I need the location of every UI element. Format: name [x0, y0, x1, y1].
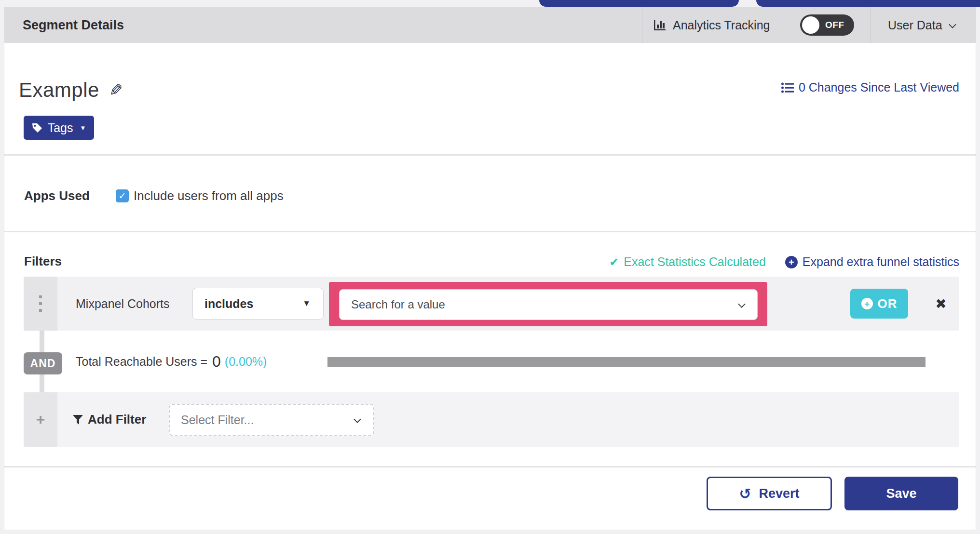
revert-button-label: Revert [759, 486, 800, 501]
drag-dot-icon [39, 309, 42, 312]
changelog-list-icon [781, 82, 794, 93]
segment-details-page: { "header": { "title": "Segment Details"… [0, 0, 980, 534]
and-connector-badge: AND [24, 352, 62, 374]
expand-funnel-statistics-label: Expand extra funnel statistics [803, 255, 959, 269]
drag-handle[interactable] [24, 277, 57, 331]
toggle-knob [802, 16, 819, 34]
filter-name-label: Mixpanel Cohorts [76, 277, 170, 331]
section-divider [4, 154, 976, 156]
analytics-tracking-group: Analytics Tracking [653, 7, 770, 43]
bar-chart-icon [653, 19, 667, 31]
section-divider [4, 231, 976, 232]
panel-title: Segment Details [23, 7, 124, 43]
add-filter-label: Add Filter [88, 412, 146, 427]
user-data-dropdown[interactable]: User Data [888, 7, 954, 43]
operator-select[interactable]: includes ▼ [192, 288, 324, 320]
tags-button-label: Tags [48, 121, 73, 135]
funnel-icon [73, 414, 83, 425]
reachable-users-value: 0 [212, 353, 221, 371]
plus-circle-icon: + [785, 256, 798, 268]
reachable-users-label: Total Reachable Users = [76, 355, 207, 369]
save-button[interactable]: Save [844, 477, 958, 510]
value-select-placeholder: Search for a value [351, 298, 445, 311]
reachable-users-progress-bar [327, 357, 926, 367]
changes-since-last-viewed-link[interactable]: 0 Changes Since Last Viewed [781, 80, 959, 94]
caret-down-icon: ▼ [80, 124, 86, 132]
user-data-label: User Data [888, 18, 942, 32]
revert-button[interactable]: ↺ Revert [707, 477, 832, 510]
chevron-down-icon [949, 21, 956, 28]
select-filter-placeholder: Select Filter... [181, 413, 254, 427]
check-icon: ✓ [119, 190, 126, 201]
reachable-users-stats: Total Reachable Users = 0 (0.00%) [76, 331, 267, 392]
reachable-users-percent: (0.00%) [225, 355, 267, 369]
stats-divider [306, 344, 306, 384]
tags-dropdown-button[interactable]: Tags ▼ [24, 116, 94, 140]
value-search-select[interactable]: Search for a value [339, 289, 758, 320]
close-icon: ✖ [935, 296, 946, 312]
toggle-state-label: OFF [825, 14, 844, 36]
add-filter-group[interactable]: Add Filter [73, 392, 146, 447]
chevron-down-icon [738, 300, 746, 308]
edit-pencil-icon[interactable]: ✎ [109, 80, 123, 100]
include-all-apps-label: Include users from all apps [134, 188, 284, 203]
changes-link-label: 0 Changes Since Last Viewed [799, 80, 959, 94]
exact-statistics-status: ✔ Exact Statistics Calculated [609, 255, 766, 269]
operator-value: includes [204, 297, 253, 311]
select-filter-dropdown[interactable]: Select Filter... [169, 404, 374, 436]
tag-icon [32, 122, 43, 134]
top-partial-button-right[interactable] [756, 0, 980, 7]
filters-heading: Filters [24, 254, 62, 269]
caret-down-icon: ▼ [302, 299, 311, 308]
chevron-down-icon [354, 415, 361, 423]
panel-header-bar: Segment Details Analytics Tracking OFF U… [4, 7, 976, 43]
apps-used-label: Apps Used [24, 188, 116, 203]
plus-circle-icon: + [861, 298, 873, 309]
save-button-label: Save [886, 486, 916, 501]
section-divider [4, 466, 976, 467]
expand-funnel-statistics-link[interactable]: + Expand extra funnel statistics [785, 255, 959, 269]
apps-used-row: Apps Used ✓ Include users from all apps [24, 188, 284, 203]
top-partial-button-left[interactable] [539, 0, 739, 7]
or-button-label: OR [878, 296, 898, 311]
exact-statistics-label: Exact Statistics Calculated [624, 255, 766, 269]
segment-name-row: Example ✎ [19, 79, 122, 102]
drag-dot-icon [39, 302, 42, 305]
filters-status-row: ✔ Exact Statistics Calculated + Expand e… [609, 255, 959, 269]
header-divider [871, 7, 871, 43]
include-all-apps-checkbox[interactable]: ✓ [116, 189, 129, 202]
add-filter-plus-button[interactable]: + [24, 392, 57, 447]
add-filter-row: + Add Filter Select Filter... [24, 392, 959, 447]
revert-undo-icon: ↺ [739, 485, 751, 502]
remove-filter-button[interactable]: ✖ [926, 277, 955, 331]
analytics-tracking-label: Analytics Tracking [673, 18, 770, 32]
filter-row: Mixpanel Cohorts includes ▼ Search for a… [24, 277, 959, 331]
check-icon: ✔ [609, 255, 619, 269]
analytics-tracking-toggle[interactable]: OFF [800, 14, 854, 36]
drag-dot-icon [39, 295, 42, 298]
header-divider [642, 7, 642, 43]
highlight-outline: Search for a value [329, 282, 767, 326]
plus-icon: + [36, 411, 45, 428]
add-or-condition-button[interactable]: + OR [850, 289, 908, 319]
segment-details-panel: Segment Details Analytics Tracking OFF U… [4, 7, 976, 530]
segment-name: Example [19, 79, 99, 102]
